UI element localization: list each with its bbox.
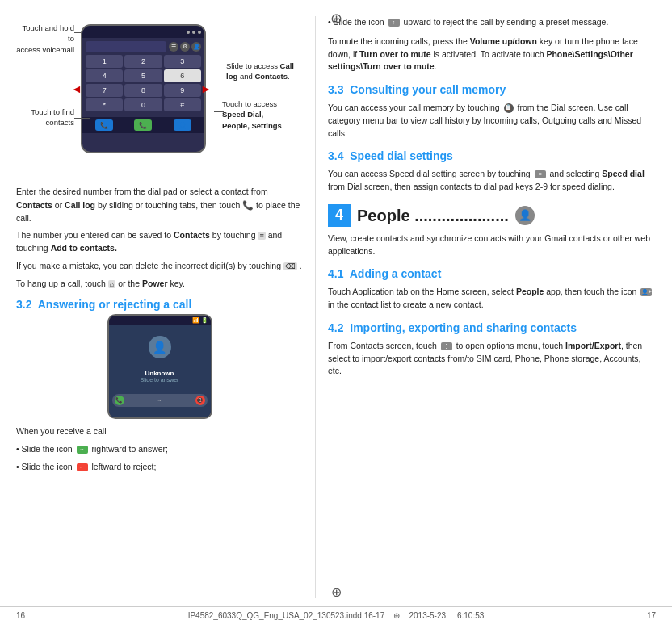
contacts-line (74, 118, 90, 119)
key-3: 3 (164, 55, 201, 68)
call-body: 👤 Unknown Slide to answer 📞 → 📵 (109, 325, 211, 417)
para-1: Enter the desired number from the dial p… (16, 186, 303, 224)
caller-name: Unknown (141, 370, 179, 377)
key-hash: # (164, 98, 201, 111)
phone-image: ☰ ⚙ 👤 1 2 3 4 5 6 7 (81, 24, 206, 153)
signal-info: 📶 (192, 317, 200, 324)
receive-call-section: When you receive a call • Slide the icon… (16, 425, 303, 473)
phone-diagram-section: Touch and hold toaccess voicemail (16, 16, 303, 178)
crosshair-bottom: ⊕ (331, 584, 342, 600)
speeddial-line (214, 111, 224, 112)
answer-icon: 📞 (115, 396, 124, 405)
dial-icon-1: ☰ (169, 42, 178, 52)
people-icon: 👤 (515, 206, 535, 225)
dial-icon-2: ⚙ (180, 42, 190, 52)
left-arrow: ◄ (71, 82, 82, 95)
section-33-heading: 3.3 Consulting your call memory (328, 82, 654, 98)
chapter-4-heading: 4 People ..................... 👤 (328, 203, 654, 228)
mute-paragraph: To mute the incoming calls, press the Vo… (328, 36, 654, 73)
contacts-find-label: Touch to findcontacts (16, 107, 74, 128)
key-6-selected: 6 (164, 69, 201, 82)
right-column: • Slide the icon ↑ upward to reject the … (315, 16, 662, 598)
status-indicator2 (192, 31, 195, 34)
options-menu-icon: ⋮ (441, 342, 452, 350)
footer: 16 IP4582_6033Q_QG_Eng_USA_02_130523.ind… (0, 606, 672, 624)
answer-slider[interactable]: 📞 → 📵 (112, 394, 208, 407)
key-7: 7 (86, 84, 123, 97)
contacts-btn: 👤 (174, 119, 191, 131)
caller-info: Unknown Slide to answer (141, 370, 179, 383)
up-arrow-icon: ↑ (388, 19, 400, 27)
chapter-4-num-box: 4 (328, 204, 351, 227)
call-screen-wrapper: 📶 🔋 👤 Unknown Slide to answer 📞 → 📵 (16, 314, 303, 419)
para-4: To hang up a call, touch ⌂ or the Power … (16, 278, 303, 291)
phone-status-bar (82, 26, 204, 38)
para-2: The number you entered can be saved to C… (16, 229, 303, 255)
dial-icon-3: 👤 (191, 42, 201, 52)
phone-screen: ☰ ⚙ 👤 1 2 3 4 5 6 7 (82, 38, 204, 117)
section-3-1-text: Enter the desired number from the dial p… (16, 186, 303, 290)
when-receive: When you receive a call (16, 425, 303, 438)
crosshair-top: ⊕ (330, 10, 342, 27)
key-0: 0 (124, 98, 162, 111)
status-indicator3 (198, 31, 201, 34)
keypad-grid: 1 2 3 4 5 6 7 8 9 * 0 # (86, 55, 201, 111)
red-arrow-icon: ← (77, 463, 88, 471)
footer-crosshair: ⊕ (393, 611, 400, 620)
bullet-preset: • Slide the icon ↑ upward to reject the … (328, 16, 654, 29)
section-42-heading: 4.2 Importing, exporting and sharing con… (328, 320, 654, 337)
section-33-body: You can access your call memory by touch… (328, 102, 654, 140)
footer-file-info: IP4582_6033Q_QG_Eng_USA_02_130523.indd 1… (188, 611, 485, 620)
call-action-bar: 📞 📞 👤 (82, 117, 204, 133)
bullet-2: • Slide the icon ← leftward to reject; (16, 461, 303, 474)
bullet-1: • Slide the icon → rightward to answer; (16, 443, 303, 456)
speeddial-label: Touch to accessSpeed Dial,People, Settin… (222, 98, 303, 131)
call-phone-image: 📶 🔋 👤 Unknown Slide to answer 📞 → 📵 (107, 314, 212, 419)
section-42-body: From Contacts screen, touch ⋮ to open op… (328, 340, 654, 378)
dial-icons: ☰ ⚙ 👤 (169, 42, 201, 52)
green-arrow-icon: → (77, 446, 88, 454)
dial-top-bar: ☰ ⚙ 👤 (86, 41, 201, 52)
section-32-title: Answering or rejecting a call (38, 298, 192, 311)
key-4: 4 (86, 69, 123, 82)
dial-input (86, 41, 166, 52)
status-indicator (187, 31, 190, 34)
section-41-heading: 4.1 Adding a contact (328, 266, 654, 283)
caller-status: Slide to answer (141, 377, 179, 383)
call-btn: 📞 (134, 119, 152, 131)
key-5: 5 (124, 69, 162, 82)
speeddial-menu-icon: ≡ (535, 170, 546, 178)
chapter-4-title: People ..................... 👤 (357, 203, 535, 228)
caller-avatar: 👤 (149, 336, 171, 358)
key-2: 2 (124, 55, 162, 68)
slide-text: → (124, 398, 195, 403)
add-contact-icon: 👤+ (640, 288, 652, 296)
section-32-num: 3.2 (16, 298, 32, 311)
key-8: 8 (124, 84, 162, 97)
call-memory-icon: 📋 (504, 103, 514, 113)
right-text-content: • Slide the icon ↑ upward to reject the … (328, 16, 654, 378)
calllog-line (220, 86, 229, 86)
page: ⊕ Touch and hold toaccess voicemail (0, 0, 672, 624)
section-41-body: Touch Application tab on the Home screen… (328, 286, 654, 312)
section-32-heading: 3.2 Answering or rejecting a call (16, 298, 303, 311)
calllog-label: Slide to access Calllog and Contacts. (226, 61, 303, 82)
left-column: Touch and hold toaccess voicemail (8, 16, 315, 598)
chapter-4-body: View, create contacts and synchronize co… (328, 232, 654, 258)
page-number-left: 16 (16, 611, 25, 620)
reject-icon: 📵 (195, 396, 205, 405)
key-1: 1 (86, 55, 123, 68)
voicemail-label: Touch and hold toaccess voicemail (16, 23, 74, 55)
section-34-body: You can access Speed dial setting screen… (328, 168, 654, 194)
main-content: Touch and hold toaccess voicemail (0, 0, 672, 606)
key-9: 9 (164, 84, 201, 97)
section-34-heading: 3.4 Speed dial settings (328, 148, 654, 165)
right-arrow: ► (200, 82, 212, 95)
key-star: * (86, 98, 123, 111)
para-3: If you make a mistake, you can delete th… (16, 260, 303, 273)
call-status-bar: 📶 🔋 (109, 316, 211, 325)
battery-info: 🔋 (201, 317, 208, 324)
voicemail-btn: 📞 (95, 119, 113, 131)
page-number-right: 17 (647, 611, 656, 620)
